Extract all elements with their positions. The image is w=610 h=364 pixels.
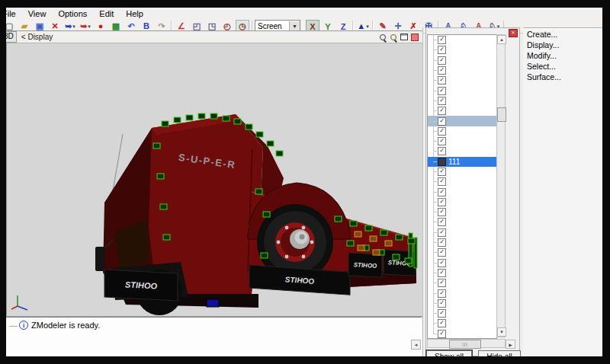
hide-all-button[interactable]: Hide all — [478, 350, 521, 356]
tree-row[interactable]: ✓ — [428, 187, 496, 196]
zoom-window-icon[interactable] — [388, 32, 399, 42]
viewport-header: 3D < Display — [7, 31, 422, 43]
menu-options[interactable]: Options — [52, 8, 93, 19]
command-surface[interactable]: Surface... — [523, 72, 602, 82]
tree-row[interactable]: ✓ — [428, 197, 496, 207]
tree-row[interactable]: ✓ — [428, 217, 496, 227]
tree-row[interactable]: ✓ — [428, 238, 496, 247]
marker-box-green — [157, 174, 164, 179]
node-checkbox[interactable]: ✓ — [438, 127, 446, 136]
scroll-thumb[interactable] — [497, 107, 506, 122]
node-checkbox[interactable]: ✓ — [438, 279, 446, 287]
tree-row[interactable]: ✓ — [428, 35, 496, 45]
node-checkbox[interactable]: ✓ — [438, 46, 446, 54]
node-checkbox[interactable]: ✓ — [438, 228, 446, 237]
tree-row[interactable]: ✓ — [428, 278, 496, 288]
node-checkbox[interactable]: ✓ — [438, 188, 446, 196]
scene-nodes-list[interactable]: ✓✓✓✓✓✓✓✓✓✓✓✓111✓✓✓✓✓✓✓✓✓✓✓✓✓✓✓✓✓ — [427, 34, 497, 339]
dropdown-arrow-icon[interactable]: ▾ — [88, 24, 91, 30]
node-checkbox[interactable]: ✓ — [438, 137, 446, 145]
marker-box-green — [186, 115, 193, 120]
node-checkbox[interactable]: ✓ — [438, 76, 446, 85]
tree-row[interactable]: ✓ — [428, 85, 496, 95]
truck-model: S-U-P-E-R — [7, 43, 422, 315]
node-checkbox[interactable]: ✓ — [438, 289, 446, 298]
tree-row[interactable]: ✓ — [428, 268, 496, 278]
tree-row[interactable]: ✓ — [428, 258, 496, 268]
tree-row[interactable]: ✓ — [428, 146, 496, 156]
tree-row[interactable]: ✓ — [428, 299, 496, 308]
log-scroll-button[interactable]: ◂ — [411, 340, 421, 350]
tree-row[interactable]: ✓ — [428, 177, 496, 187]
node-checkbox[interactable]: ✓ — [438, 147, 446, 155]
tree-row[interactable]: ✓ — [428, 126, 496, 136]
maximize-view-icon[interactable] — [399, 32, 409, 42]
tree-row[interactable]: ✓ — [428, 207, 496, 217]
tree-row[interactable]: ✓ — [428, 308, 496, 318]
dropdown-arrow-icon[interactable]: ▾ — [72, 24, 75, 30]
tree-row[interactable]: ✓ — [428, 329, 496, 339]
node-checkbox[interactable]: ✓ — [438, 177, 446, 186]
menu-view[interactable]: View — [22, 8, 53, 19]
marker-box-green — [255, 189, 262, 194]
horizontal-scrollbar[interactable]: ||| ▶ — [427, 339, 506, 348]
tree-row[interactable]: ✓ — [428, 288, 496, 298]
active-view-icon[interactable] — [409, 32, 420, 42]
command-modify[interactable]: Modify... — [523, 50, 602, 61]
node-checkbox[interactable]: ✓ — [438, 87, 446, 95]
menu-file[interactable]: File — [6, 8, 22, 19]
node-checkbox[interactable]: ✓ — [438, 259, 446, 267]
tree-row[interactable]: ✓ — [428, 106, 496, 116]
node-checkbox[interactable]: ✓ — [438, 330, 446, 338]
tree-row[interactable]: ✓ — [428, 96, 496, 106]
node-checkbox[interactable]: ✓ — [438, 107, 446, 115]
menu-help[interactable]: Help — [120, 8, 149, 19]
tree-row[interactable]: ✓ — [428, 247, 496, 257]
node-checkbox[interactable]: ✓ — [438, 238, 446, 247]
show-all-button[interactable]: Show all — [426, 350, 472, 356]
tree-row[interactable]: 111 — [428, 157, 496, 167]
command-display[interactable]: Display... — [523, 40, 602, 50]
tree-row[interactable]: ✓ — [428, 65, 496, 75]
tree-row[interactable]: ✓ — [428, 75, 496, 85]
vertical-scrollbar[interactable]: ▲ ▼ — [496, 34, 506, 337]
tree-row[interactable]: ✓ — [428, 45, 496, 55]
node-checkbox[interactable] — [438, 158, 446, 166]
node-checkbox[interactable]: ✓ — [438, 319, 446, 327]
node-checkbox[interactable]: ✓ — [438, 218, 446, 226]
tree-row[interactable]: ✓ — [428, 318, 496, 328]
tree-row[interactable]: ✓ — [428, 228, 496, 238]
node-checkbox[interactable]: ✓ — [438, 248, 446, 257]
node-checkbox[interactable]: ✓ — [438, 97, 446, 105]
node-checkbox[interactable]: ✓ — [438, 198, 446, 206]
viewport-display-label[interactable]: < Display — [21, 33, 53, 41]
tree-row[interactable]: ✓ — [428, 167, 496, 177]
node-checkbox[interactable]: ✓ — [438, 36, 446, 44]
viewport-mode-button[interactable]: 3D — [6, 31, 17, 43]
node-checkbox[interactable]: ✓ — [438, 56, 446, 65]
close-icon[interactable]: × — [509, 29, 518, 37]
zoom-icon[interactable] — [377, 32, 388, 42]
splitter[interactable] — [422, 27, 423, 356]
tree-row[interactable]: ✓ — [428, 116, 496, 126]
marker-box-green — [276, 151, 283, 156]
hscroll-right-icon[interactable]: ▶ — [506, 340, 515, 349]
tree-row[interactable]: ✓ — [428, 56, 496, 65]
node-checkbox[interactable]: ✓ — [438, 299, 446, 308]
menu-edit[interactable]: Edit — [93, 8, 120, 19]
node-checkbox[interactable]: ✓ — [438, 117, 446, 126]
command-create[interactable]: Create... — [523, 29, 602, 40]
node-checkbox[interactable]: ✓ — [438, 66, 446, 75]
hscroll-thumb[interactable]: ||| — [449, 340, 481, 349]
scroll-up-icon[interactable]: ▲ — [497, 35, 506, 44]
viewport-canvas[interactable]: S-U-P-E-R — [7, 43, 422, 315]
dropdown-arrow-icon[interactable]: ▾ — [366, 24, 369, 30]
marker-box-green — [350, 221, 357, 226]
node-checkbox[interactable]: ✓ — [438, 309, 446, 318]
command-select[interactable]: Select... — [523, 61, 602, 72]
scroll-down-icon[interactable]: ▼ — [497, 327, 506, 337]
node-checkbox[interactable]: ✓ — [438, 208, 446, 216]
tree-row[interactable]: ✓ — [428, 136, 496, 146]
node-checkbox[interactable]: ✓ — [438, 168, 446, 176]
node-checkbox[interactable]: ✓ — [438, 269, 446, 277]
